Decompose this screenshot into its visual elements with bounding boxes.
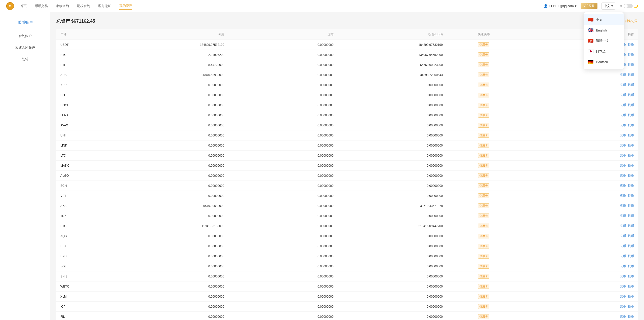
sidebar-item-transfer[interactable]: 划转 <box>0 53 50 65</box>
withdraw-link[interactable]: 提币 <box>628 284 634 289</box>
credit-card-tag[interactable]: 信用卡 <box>478 62 489 67</box>
credit-card-tag[interactable]: 信用卡 <box>478 52 489 57</box>
deposit-link[interactable]: 充币 <box>620 304 626 309</box>
deposit-link[interactable]: 充币 <box>620 274 626 278</box>
nav-assets[interactable]: 我的资产 <box>119 3 132 10</box>
deposit-link[interactable]: 充币 <box>620 214 626 218</box>
credit-card-tag[interactable]: 信用卡 <box>478 193 489 198</box>
language-selector[interactable]: 中文 ▾ <box>601 3 615 10</box>
deposit-link[interactable]: 充币 <box>620 93 626 97</box>
deposit-link[interactable]: 充币 <box>620 184 626 188</box>
nav-home[interactable]: 首页 <box>20 3 27 9</box>
credit-card-tag[interactable]: 信用卡 <box>478 83 489 87</box>
credit-card-tag[interactable]: 信用卡 <box>478 274 489 279</box>
lang-option-en[interactable]: 🇬🇧 English <box>584 25 624 35</box>
credit-card-tag[interactable]: 信用卡 <box>478 224 489 228</box>
lang-option-ja[interactable]: 🇯🇵 日本語 <box>584 46 624 57</box>
withdraw-link[interactable]: 提币 <box>628 103 634 107</box>
deposit-link[interactable]: 充币 <box>620 204 626 208</box>
credit-card-tag[interactable]: 信用卡 <box>478 123 489 128</box>
credit-card-tag[interactable]: 信用卡 <box>478 203 489 208</box>
withdraw-link[interactable]: 提币 <box>628 274 634 278</box>
withdraw-link[interactable]: 提币 <box>628 264 634 268</box>
credit-card-tag[interactable]: 信用卡 <box>478 93 489 97</box>
deposit-link[interactable]: 充币 <box>620 163 626 168</box>
withdraw-link[interactable]: 提币 <box>628 244 634 248</box>
deposit-link[interactable]: 充币 <box>620 173 626 178</box>
withdraw-link[interactable]: 提币 <box>628 143 634 148</box>
credit-card-tag[interactable]: 信用卡 <box>478 314 489 319</box>
nav-spot[interactable]: 币币交易 <box>35 3 48 9</box>
credit-card-tag[interactable]: 信用卡 <box>478 304 489 309</box>
withdraw-link[interactable]: 提币 <box>628 204 634 208</box>
sidebar-item-quick-contract[interactable]: 极速合约账户 <box>0 42 50 53</box>
withdraw-link[interactable]: 提币 <box>628 234 634 238</box>
credit-card-tag[interactable]: 信用卡 <box>478 183 489 188</box>
deposit-link[interactable]: 充币 <box>620 244 626 248</box>
withdraw-link[interactable]: 提币 <box>628 194 634 198</box>
withdraw-link[interactable]: 提币 <box>628 83 634 87</box>
deposit-link[interactable]: 充币 <box>620 254 626 258</box>
credit-card-tag[interactable]: 信用卡 <box>478 214 489 218</box>
credit-card-tag[interactable]: 信用卡 <box>478 163 489 168</box>
credit-card-tag[interactable]: 信用卡 <box>478 173 489 178</box>
credit-card-tag[interactable]: 信用卡 <box>478 244 489 248</box>
deposit-link[interactable]: 充币 <box>620 234 626 238</box>
deposit-link[interactable]: 充币 <box>620 153 626 158</box>
credit-card-tag[interactable]: 信用卡 <box>478 153 489 158</box>
deposit-link[interactable]: 充币 <box>620 113 626 117</box>
vip-button[interactable]: VIP客服 <box>581 3 597 9</box>
lang-option-zh[interactable]: 🇨🇳 中文 <box>584 14 624 25</box>
withdraw-link[interactable]: 提币 <box>628 113 634 117</box>
credit-card-tag[interactable]: 信用卡 <box>478 103 489 108</box>
deposit-link[interactable]: 充币 <box>620 123 626 127</box>
withdraw-link[interactable]: 提币 <box>628 153 634 158</box>
deposit-link[interactable]: 充币 <box>620 103 626 107</box>
withdraw-link[interactable]: 提币 <box>628 93 634 97</box>
deposit-link[interactable]: 充币 <box>620 224 626 228</box>
night-mode-toggle[interactable]: ☀ 🌙 <box>619 4 638 8</box>
withdraw-link[interactable]: 提币 <box>628 133 634 137</box>
deposit-link[interactable]: 充币 <box>620 133 626 137</box>
credit-card-tag[interactable]: 信用卡 <box>478 254 489 259</box>
lang-option-de[interactable]: 🇩🇪 Deutsch <box>584 57 624 67</box>
credit-card-tag[interactable]: 信用卡 <box>478 42 489 47</box>
credit-card-tag[interactable]: 信用卡 <box>478 294 489 299</box>
deposit-link[interactable]: 充币 <box>620 264 626 268</box>
withdraw-link[interactable]: 提币 <box>628 214 634 218</box>
credit-card-tag[interactable]: 信用卡 <box>478 73 489 77</box>
sidebar-title[interactable]: 币币账户 <box>0 17 50 28</box>
nav-perpetual[interactable]: 永续合约 <box>56 3 69 9</box>
withdraw-link[interactable]: 提币 <box>628 123 634 127</box>
withdraw-link[interactable]: 提币 <box>628 173 634 178</box>
deposit-link[interactable]: 充币 <box>620 83 626 87</box>
withdraw-link[interactable]: 提币 <box>628 63 634 67</box>
credit-card-tag[interactable]: 信用卡 <box>478 264 489 269</box>
deposit-link[interactable]: 充币 <box>620 143 626 148</box>
sidebar-item-contract[interactable]: 合约账户 <box>0 30 50 42</box>
withdraw-link[interactable]: 提币 <box>628 163 634 168</box>
deposit-link[interactable]: 充币 <box>620 294 626 299</box>
deposit-link[interactable]: 充币 <box>620 194 626 198</box>
credit-card-tag[interactable]: 信用卡 <box>478 133 489 138</box>
withdraw-link[interactable]: 提币 <box>628 224 634 228</box>
withdraw-link[interactable]: 提币 <box>628 314 634 319</box>
withdraw-link[interactable]: 提币 <box>628 294 634 299</box>
withdraw-link[interactable]: 提币 <box>628 43 634 47</box>
deposit-link[interactable]: 充币 <box>620 314 626 319</box>
financial-record-link[interactable]: 财务记录 <box>625 19 638 23</box>
withdraw-link[interactable]: 提币 <box>628 53 634 57</box>
withdraw-link[interactable]: 提币 <box>628 73 634 77</box>
lang-option-tw[interactable]: 🇭🇰 繁體中文 <box>584 35 624 46</box>
nav-options[interactable]: 期权合约 <box>77 3 90 9</box>
withdraw-link[interactable]: 提币 <box>628 254 634 258</box>
withdraw-link[interactable]: 提币 <box>628 184 634 188</box>
logo[interactable]: G <box>6 2 14 10</box>
user-info[interactable]: 👤 111111@qq.com ▾ <box>544 4 576 8</box>
withdraw-link[interactable]: 提币 <box>628 304 634 309</box>
credit-card-tag[interactable]: 信用卡 <box>478 143 489 148</box>
credit-card-tag[interactable]: 信用卡 <box>478 113 489 118</box>
credit-card-tag[interactable]: 信用卡 <box>478 234 489 238</box>
deposit-link[interactable]: 充币 <box>620 284 626 289</box>
credit-card-tag[interactable]: 信用卡 <box>478 284 489 289</box>
